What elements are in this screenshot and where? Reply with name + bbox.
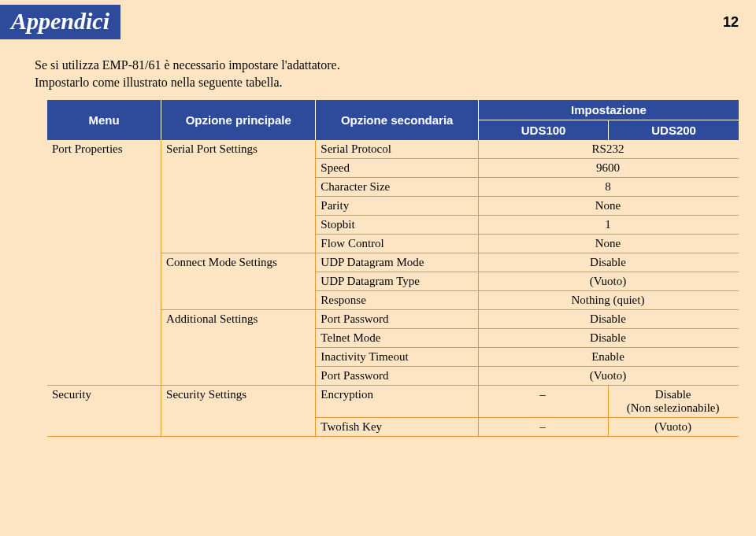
cell-value: Disable [478, 253, 739, 272]
cell-secondary: Port Password [316, 367, 479, 386]
page-title: Appendici [0, 5, 120, 39]
page-number: 12 [723, 14, 739, 31]
cell-primary: Serial Port Settings [161, 140, 316, 159]
table-row: Telnet Mode Disable [47, 329, 739, 348]
th-menu: Menu [47, 100, 161, 140]
cell-secondary: Port Password [316, 310, 479, 329]
cell-value: – [478, 418, 608, 437]
cell-value: None [478, 235, 739, 253]
table-row: Stopbit 1 [47, 216, 739, 235]
cell-secondary: Serial Protocol [316, 140, 479, 159]
table-row: Security Security Settings Encryption – … [47, 386, 739, 418]
cell-value: 1 [478, 216, 739, 235]
th-uds200: UDS200 [609, 120, 739, 141]
cell-secondary: UDP Datagram Type [316, 272, 479, 291]
cell-value: 9600 [478, 159, 739, 178]
cell-secondary: Response [316, 291, 479, 310]
cell-value: (Vuoto) [478, 367, 739, 386]
cell-value: Enable [478, 348, 739, 367]
table-row: Inactivity Timeout Enable [47, 348, 739, 367]
th-setting: Impostazione [478, 100, 739, 120]
table-row: Speed 9600 [47, 159, 739, 178]
cell-secondary: Encryption [316, 386, 479, 418]
cell-menu: Security [47, 386, 161, 418]
intro-line-2: Impostarlo come illustrato nella seguent… [35, 76, 283, 89]
cell-value: RS232 [478, 140, 739, 159]
table-row: Response Nothing (quiet) [47, 291, 739, 310]
cell-primary: Connect Mode Settings [161, 253, 316, 272]
cell-value: None [478, 197, 739, 216]
cell-secondary: Twofish Key [316, 418, 479, 437]
cell-secondary: Character Size [316, 178, 479, 197]
cell-value: – [478, 386, 608, 418]
cell-value: Nothing (quiet) [478, 291, 739, 310]
cell-secondary: Parity [316, 197, 479, 216]
cell-value: Disable [478, 310, 739, 329]
cell-value: (Vuoto) [609, 418, 739, 437]
th-uds100: UDS100 [478, 120, 608, 141]
intro-line-1: Se si utilizza EMP-81/61 è necessario im… [35, 58, 340, 72]
cell-secondary: Inactivity Timeout [316, 348, 479, 367]
cell-value: (Vuoto) [478, 272, 739, 291]
cell-value: Disable [478, 329, 739, 348]
table-row: Connect Mode Settings UDP Datagram Mode … [47, 253, 739, 272]
table-row: Port Password (Vuoto) [47, 367, 739, 386]
cell-menu: Port Properties [47, 140, 161, 159]
cell-secondary: UDP Datagram Mode [316, 253, 479, 272]
table-row: Additional Settings Port Password Disabl… [47, 310, 739, 329]
cell-value: 8 [478, 178, 739, 197]
intro-text: Se si utilizza EMP-81/61 è necessario im… [35, 57, 756, 91]
table-row: Character Size 8 [47, 178, 739, 197]
table-row: Twofish Key – (Vuoto) [47, 418, 739, 437]
cell-primary: Additional Settings [161, 310, 316, 329]
cell-secondary: Stopbit [316, 216, 479, 235]
table-row: UDP Datagram Type (Vuoto) [47, 272, 739, 291]
cell-value: Disable (Non selezionabile) [609, 386, 739, 418]
settings-table: Menu Opzione principale Opzione secondar… [47, 100, 739, 437]
cell-primary: Security Settings [161, 386, 316, 418]
cell-secondary: Telnet Mode [316, 329, 479, 348]
cell-secondary: Flow Control [316, 235, 479, 253]
table-row: Port Properties Serial Port Settings Ser… [47, 140, 739, 159]
cell-secondary: Speed [316, 159, 479, 178]
table-row: Parity None [47, 197, 739, 216]
th-primary: Opzione principale [161, 100, 316, 140]
th-secondary: Opzione secondaria [316, 100, 479, 140]
table-row: Flow Control None [47, 235, 739, 253]
